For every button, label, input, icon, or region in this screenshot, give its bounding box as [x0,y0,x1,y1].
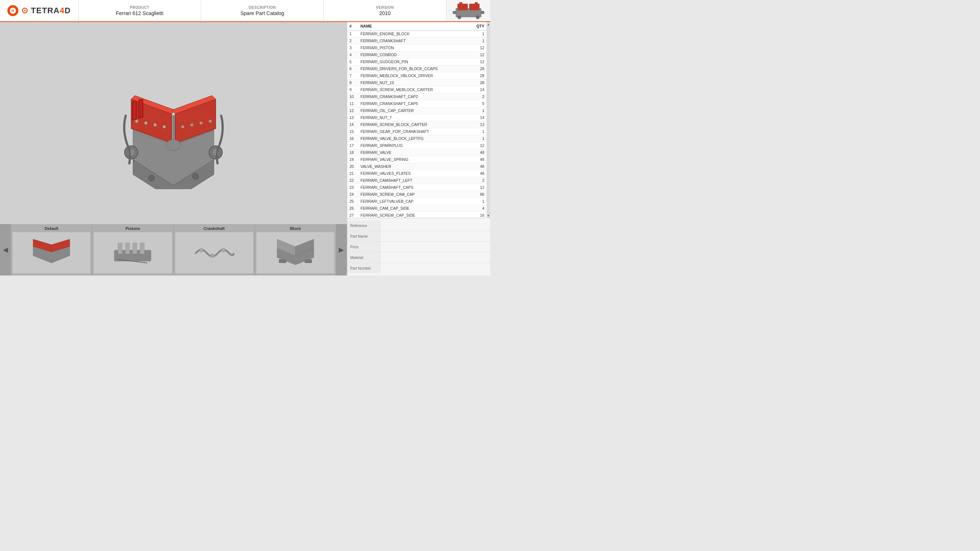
scroll-up-button[interactable]: ▲ [487,22,490,120]
header-description-col: Description Spare Part Catalog [201,0,324,21]
svg-point-43 [199,248,203,252]
parts-table-container[interactable]: # NAME QTY 1 FERRARI_ENGINE_BLOCK 1 2 FE… [347,22,487,218]
row-qty: 12 [472,51,487,59]
table-row[interactable]: 6 FERRARI_DRIVERS_FOR_BLOCK_CCAPS 28 [347,65,487,72]
row-name: FERRARI_CAMSHAFT_CAPS [358,184,472,191]
row-num: 19 [347,156,358,163]
col-header-num: # [347,22,358,30]
svg-point-31 [181,125,184,128]
table-row[interactable]: 25 FERRARI_LEFTVALVEB_CAP 1 [347,198,487,205]
reference-label: Reference [347,221,380,231]
svg-point-29 [199,122,202,124]
table-row[interactable]: 18 FERRARI_VALVE 48 [347,149,487,156]
row-name: FERRARI_VALVES_PLATES [358,170,472,177]
main-layout: ◀ Default Pistons Crankshaft [0,22,490,275]
header-product-col: Product Ferrari 612 Scaglietti [79,0,201,21]
table-row[interactable]: 10 FERRARI_CRANKSHAFT_CAP2 2 [347,93,487,100]
svg-rect-38 [118,243,123,254]
row-num: 24 [347,191,358,198]
description-label: Description [249,5,276,10]
row-num: 5 [347,59,358,65]
table-row[interactable]: 11 FERRARI_CRANKSHAFT_CAP5 5 [347,100,487,107]
detail-row-reference: Reference [347,221,490,231]
row-num: 1 [347,30,358,38]
engine-3d-model [103,53,243,193]
table-row[interactable]: 20 VALVE_WASHER 48 [347,163,487,170]
table-row[interactable]: 27 FERRARI_SCREW_CAP_SIDE 16 [347,212,487,219]
row-name: FERRARI_PISTON [358,44,472,51]
row-num: 25 [347,198,358,205]
table-row[interactable]: 7 FERRARI_MEBLOCK_VBLOCK_DRIVER 28 [347,72,487,79]
table-row[interactable]: 8 FERRARI_NUT_10 28 [347,79,487,86]
part-details: Reference Part Name Price Material Part … [347,218,490,275]
row-qty: 28 [472,65,487,72]
row-name: FERRARI_GUDGEON_PIN [358,59,472,65]
table-row[interactable]: 19 FERRARI_VALVE_SPRING 48 [347,156,487,163]
svg-point-32 [148,175,154,181]
table-row[interactable]: 5 FERRARI_GUDGEON_PIN 12 [347,59,487,65]
row-name: FERRARI_CONROD [358,51,472,59]
thumb-prev-button[interactable]: ◀ [0,224,11,275]
table-row[interactable]: 14 FERRARI_SCREW_BLOCK_CARTER 13 [347,121,487,128]
row-name: FERRARI_OIL_CAP_CARTER [358,107,472,114]
table-row[interactable]: 24 FERRARI_SCREW_CAM_CAP 96 [347,191,487,198]
row-name: FERRARI_SCREW_MEBLOCK_CARTER [358,86,472,93]
table-row[interactable]: 21 FERRARI_VALVES_PLATES 48 [347,170,487,177]
row-name: FERRARI_VALVE_BLOCK_LEFTFG [358,135,472,142]
thumb-label-block: Block [290,226,301,231]
table-row[interactable]: 17 FERRARI_SPARKPLUG 12 [347,142,487,149]
row-qty: 1 [472,30,487,38]
table-row[interactable]: 2 FERRARI_CRANKSHAFT 1 [347,38,487,44]
svg-rect-2 [469,4,479,10]
reference-value [380,221,490,231]
logo-area: ⊙ TETRA4D [0,0,79,21]
thumb-label-default: Default [45,226,58,231]
row-name: FERRARI_VALVE_SPRING [358,156,472,163]
table-row[interactable]: 26 FERRARI_CAM_CAP_SIDE 4 [347,205,487,212]
table-row[interactable]: 16 FERRARI_VALVE_BLOCK_LEFTFG 1 [347,135,487,142]
table-row[interactable]: 4 FERRARI_CONROD 12 [347,51,487,59]
row-name: FERRARI_GEAR_FOR_CRANKSHAFT [358,128,472,135]
row-qty: 1 [472,198,487,205]
viewport-area[interactable] [0,22,347,224]
partnumber-value [380,263,490,273]
thumbnail-pistons[interactable]: Pistons [92,224,173,275]
svg-point-27 [163,125,166,128]
row-name: VALVE_WASHER [358,163,472,170]
table-row[interactable]: 3 FERRARI_PISTON 12 [347,44,487,51]
version-label: Version [376,5,394,10]
row-num: 8 [347,79,358,86]
table-row[interactable]: 23 FERRARI_CAMSHAFT_CAPS 12 [347,184,487,191]
table-row[interactable]: 9 FERRARI_SCREW_MEBLOCK_CARTER 14 [347,86,487,93]
partname-value [380,231,490,241]
row-num: 18 [347,149,358,156]
thumbnail-default[interactable]: Default [11,224,92,275]
row-name: FERRARI_ENGINE_BLOCK [358,30,472,38]
thumb-label-pistons: Pistons [126,226,140,231]
svg-rect-39 [125,243,130,254]
row-name: FERRARI_CRANKSHAFT_CAP2 [358,93,472,100]
thumbnail-block[interactable]: Block [255,224,336,275]
row-name: FERRARI_DRIVERS_FOR_BLOCK_CCAPS [358,65,472,72]
engine-preview-icon [452,1,485,21]
partnumber-label: Part Number [347,263,380,273]
svg-point-7 [458,16,461,19]
scroll-down-button[interactable]: ▼ [487,120,490,218]
table-row[interactable]: 22 FERRARI_CAMSHAFT_LEFT 2 [347,177,487,184]
thumb-next-button[interactable]: ▶ [336,224,347,275]
svg-point-45 [221,248,225,252]
thumbnails-panel: ◀ Default Pistons Crankshaft [0,224,347,275]
row-qty: 12 [472,142,487,149]
row-qty: 14 [472,114,487,121]
thumbnail-crankshaft[interactable]: Crankshaft [174,224,255,275]
row-qty: 2 [472,93,487,100]
table-row[interactable]: 12 FERRARI_OIL_CAP_CARTER 1 [347,107,487,114]
thumbnails-list: Default Pistons Crankshaft Block [11,224,336,275]
detail-row-partname: Part Name [347,231,490,242]
row-qty: 48 [472,149,487,156]
table-row[interactable]: 13 FERRARI_NUT_7 14 [347,114,487,121]
table-row[interactable]: 1 FERRARI_ENGINE_BLOCK 1 [347,30,487,38]
svg-rect-49 [279,259,286,263]
table-row[interactable]: 15 FERRARI_GEAR_FOR_CRANKSHAFT 1 [347,128,487,135]
row-name: FERRARI_CRANKSHAFT_CAP5 [358,100,472,107]
